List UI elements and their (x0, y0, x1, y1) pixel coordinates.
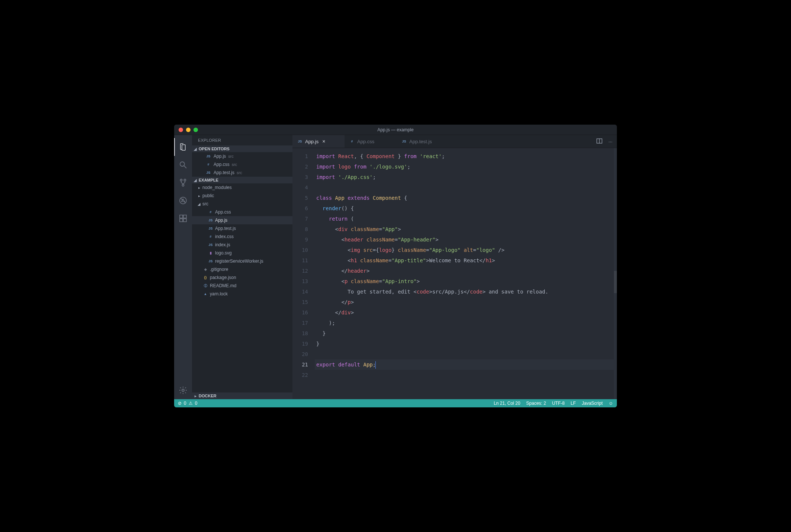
file-item[interactable]: JSregisterServiceWorker.js (192, 257, 292, 265)
file-type-icon: JS (205, 153, 211, 159)
feedback-smiley-icon[interactable]: ☺ (609, 401, 613, 406)
editor-tab[interactable]: JSApp.test.js (397, 135, 449, 148)
file-type-icon: JS (401, 138, 407, 144)
file-name: README.md (210, 283, 236, 288)
line-gutter: 12345678910111213141516171819202122 (292, 148, 315, 399)
file-item[interactable]: ◆.gitignore (192, 265, 292, 273)
explorer-icon[interactable] (174, 138, 192, 156)
file-type-icon: JS (208, 217, 214, 223)
code-editor[interactable]: 12345678910111213141516171819202122 impo… (292, 148, 617, 399)
file-item[interactable]: #index.css (192, 233, 292, 241)
extensions-icon[interactable] (174, 209, 192, 227)
sidebar-title: EXPLORER (192, 135, 292, 145)
debug-icon[interactable] (174, 192, 192, 209)
chevron-down-icon: ◢ (197, 202, 201, 206)
tab-label: App.test.js (409, 139, 432, 144)
file-name: App.test.js (215, 226, 236, 231)
open-editors-header[interactable]: ◢ OPEN EDITORS (192, 145, 292, 152)
source-control-icon[interactable] (174, 174, 192, 192)
file-item[interactable]: JSApp.test.js (192, 224, 292, 233)
open-editor-item[interactable]: JSApp.jssrc (192, 152, 292, 160)
more-actions-icon[interactable]: ··· (608, 139, 612, 144)
svg-point-14 (182, 389, 184, 391)
folder-name: public (202, 193, 214, 198)
indentation[interactable]: Spaces: 2 (526, 401, 546, 406)
tabs: JSApp.js×#App.cssJSApp.test.js ··· (292, 135, 617, 148)
file-name: App.js (214, 154, 226, 159)
folder-name: src (202, 201, 208, 206)
editor-tab[interactable]: #App.css (345, 135, 397, 148)
cursor-position[interactable]: Ln 21, Col 20 (494, 401, 520, 406)
sidebar: EXPLORER ◢ OPEN EDITORS JSApp.jssrc#App.… (192, 135, 292, 399)
minimize-window-button[interactable] (186, 128, 190, 132)
open-editor-item[interactable]: JSApp.test.jssrc (192, 169, 292, 177)
chevron-right-icon: ▸ (197, 186, 201, 190)
file-type-icon: JS (205, 170, 211, 176)
svg-point-3 (184, 179, 186, 181)
close-tab-icon[interactable]: × (322, 138, 325, 144)
warnings-count[interactable]: 0 (195, 401, 198, 406)
file-name: .gitignore (210, 267, 228, 272)
open-editor-item[interactable]: #App.csssrc (192, 160, 292, 169)
svg-rect-12 (183, 219, 186, 222)
file-name: index.js (215, 242, 230, 247)
file-item[interactable]: {}package.json (192, 273, 292, 282)
split-editor-icon[interactable] (596, 138, 602, 145)
svg-line-1 (184, 166, 186, 168)
file-type-icon: ⓘ (202, 283, 208, 289)
search-icon[interactable] (174, 156, 192, 174)
window-title: App.js — example (174, 127, 617, 132)
file-item[interactable]: ▮logo.svg (192, 249, 292, 257)
settings-gear-icon[interactable] (174, 381, 192, 399)
chevron-down-icon: ◢ (193, 147, 197, 151)
file-name: App.css (214, 162, 230, 167)
svg-rect-13 (183, 215, 186, 218)
file-type-icon: JS (208, 242, 214, 248)
errors-icon[interactable]: ⊘ (178, 401, 182, 406)
open-editors-list: JSApp.jssrc#App.csssrcJSApp.test.jssrc (192, 152, 292, 177)
scrollbar-thumb[interactable] (614, 271, 617, 293)
file-type-icon: ▲ (202, 291, 208, 297)
file-item[interactable]: ⓘREADME.md (192, 282, 292, 290)
chevron-right-icon: ▸ (193, 394, 197, 398)
svg-point-4 (182, 185, 184, 186)
folder-item[interactable]: ▸public (192, 192, 292, 200)
svg-point-7 (183, 199, 183, 200)
file-type-icon: # (205, 161, 211, 167)
docker-header[interactable]: ▸ DOCKER (192, 392, 292, 399)
editor-tab[interactable]: JSApp.js× (292, 135, 345, 148)
folder-item[interactable]: ▸node_modules (192, 183, 292, 192)
window-body: EXPLORER ◢ OPEN EDITORS JSApp.jssrc#App.… (174, 135, 617, 399)
folder-item[interactable]: ◢src (192, 200, 292, 208)
titlebar[interactable]: App.js — example (174, 125, 617, 135)
file-item[interactable]: JSApp.js (192, 216, 292, 224)
code-content[interactable]: import React, { Component } from 'react'… (315, 148, 617, 399)
warnings-icon[interactable]: ⚠ (189, 401, 193, 406)
file-type-icon: ◆ (202, 266, 208, 272)
chevron-right-icon: ▸ (197, 194, 201, 198)
file-item[interactable]: #App.css (192, 208, 292, 216)
scrollbar[interactable] (614, 148, 617, 399)
svg-point-2 (180, 179, 182, 181)
file-name: logo.svg (215, 250, 232, 256)
file-tree: ▸node_modules▸public◢src#App.cssJSApp.js… (192, 183, 292, 298)
close-window-button[interactable] (179, 128, 183, 132)
file-name: App.test.js (214, 170, 234, 175)
errors-count[interactable]: 0 (184, 401, 186, 406)
project-header[interactable]: ◢ EXAMPLE (192, 177, 292, 183)
file-path: src (237, 170, 242, 175)
language-mode[interactable]: JavaScript (582, 401, 603, 406)
file-type-icon: JS (297, 138, 303, 144)
docker-label: DOCKER (199, 394, 217, 398)
eol[interactable]: LF (571, 401, 576, 406)
file-item[interactable]: ▲yarn.lock (192, 290, 292, 298)
file-path: src (228, 154, 234, 158)
file-type-icon: JS (208, 258, 214, 264)
maximize-window-button[interactable] (193, 128, 198, 132)
file-type-icon: {} (202, 275, 208, 281)
file-item[interactable]: JSindex.js (192, 241, 292, 249)
open-editors-label: OPEN EDITORS (199, 147, 230, 151)
tabs-actions: ··· (596, 135, 617, 148)
encoding[interactable]: UTF-8 (552, 401, 565, 406)
file-type-icon: # (349, 138, 355, 144)
